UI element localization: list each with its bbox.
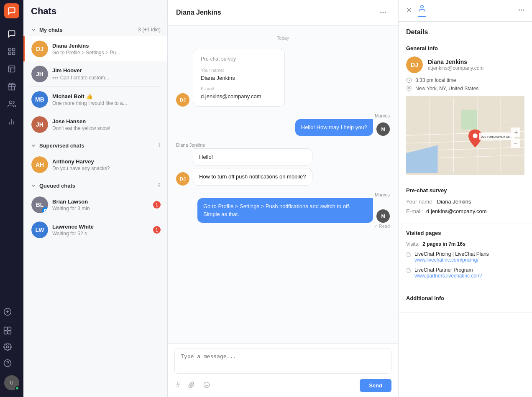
visited-pages-title: Visited pages <box>406 230 524 236</box>
svg-rect-16 <box>4 331 8 334</box>
chat-main: Diana Jenkins Today DJ Pre-chat survey Y… <box>168 0 398 397</box>
pre-chat-name-row: Your name: Diana Jenkins <box>406 198 524 205</box>
send-button[interactable]: Send <box>360 379 391 392</box>
page-url-1: www.livechatinc.com/pricing/ <box>414 257 489 263</box>
chat-info-anthony: Anthony Harvey Do you have any snacks? <box>52 158 161 171</box>
details-title: Details <box>399 22 532 39</box>
svg-rect-0 <box>9 48 11 51</box>
svg-rect-2 <box>9 52 11 55</box>
details-header <box>399 0 532 22</box>
emoji-button[interactable] <box>202 380 212 392</box>
visits-info: Visits: 2 pages in 7m 16s <box>406 241 524 247</box>
nav-team[interactable] <box>4 97 19 112</box>
page-title-2: LiveChat Partner Program <box>414 267 482 273</box>
avatar-anthony: AH <box>31 156 48 173</box>
message-group-marcos-2: Marcos M Go to Profile > Settings > Push… <box>176 192 390 229</box>
local-time: 3:33 pm local time <box>415 77 456 83</box>
avatar-initials-anthony: AH <box>31 156 48 173</box>
badge-lawrence: 1 <box>153 226 161 234</box>
avatar-diana: DJ <box>31 41 48 57</box>
location-icon <box>406 86 412 92</box>
clock-icon <box>406 77 412 83</box>
message-input[interactable] <box>174 349 391 374</box>
chat-name-michael: Michael Bolt 👍 <box>52 93 161 99</box>
msg-avatar-diana: DJ <box>176 93 189 107</box>
badge-brian: 1 <box>153 201 161 209</box>
tab-user-profile[interactable] <box>418 4 426 17</box>
chat-name-lawrence: Lawrence White <box>52 224 149 230</box>
avatar-initials: DJ <box>31 41 48 57</box>
chat-preview-lawrence: Waiting for 52 s <box>52 231 149 237</box>
svg-point-49 <box>473 133 477 138</box>
map-area[interactable]: 228 Park Avenue So... + − <box>406 96 524 175</box>
info-location-row: New York, NY, United States <box>406 86 524 92</box>
details-more-button[interactable] <box>518 6 525 15</box>
details-pre-chat-survey: Pre-chat survey Your name: Diana Jenkins… <box>399 181 532 224</box>
nav-settings[interactable] <box>0 339 15 354</box>
nav-reports[interactable] <box>4 61 19 76</box>
svg-point-32 <box>523 10 524 11</box>
close-details-button[interactable] <box>405 6 413 15</box>
visits-label: Visits: <box>406 241 419 247</box>
nav-chats[interactable] <box>4 26 19 41</box>
chat-info-jim: Jim Hoover ••• Can I create custom... <box>52 67 161 81</box>
hashtag-button[interactable]: # <box>174 380 182 392</box>
nav-apps[interactable] <box>0 323 15 338</box>
section-supervised-chats[interactable]: Supervised chats 1 <box>23 137 167 152</box>
queued-chats-title: Queued chats <box>39 183 158 189</box>
chat-name-jose: Jose Hansen <box>52 118 161 125</box>
nav-help[interactable] <box>0 356 15 371</box>
avatar-initials-lawrence: LW <box>31 221 48 238</box>
avatar-jose: JH <box>31 116 48 133</box>
survey-title: Pre-chat survey <box>201 55 277 63</box>
chat-item-brian[interactable]: BL Brian Lawson Waiting for 3 min 1 <box>23 192 167 217</box>
svg-text:+: + <box>514 128 518 135</box>
messenger-badge-brian <box>42 207 48 213</box>
chat-name-anthony: Anthony Harvey <box>52 158 161 165</box>
avatar-details: DJ <box>406 56 423 73</box>
chat-preview-michael: One more thing I would like to a... <box>52 100 161 106</box>
chat-item-anthony[interactable]: AH Anthony Harvey Do you have any snacks… <box>23 152 167 177</box>
chat-item-jim[interactable]: JH Jim Hoover ••• Can I create custom... <box>23 61 167 87</box>
chat-preview-jose: Don't eat the yellow snow! <box>52 125 161 131</box>
section-my-chats[interactable]: My chats 3 (+1 idle) <box>23 21 167 36</box>
svg-point-31 <box>521 10 522 11</box>
chat-info-lawrence: Lawrence White Waiting for 52 s <box>52 224 149 237</box>
header-icons <box>376 6 390 19</box>
app-logo <box>4 3 19 18</box>
chat-item-lawrence[interactable]: LW Lawrence White Waiting for 52 s 1 <box>23 217 167 242</box>
attachment-button[interactable] <box>187 380 197 392</box>
chat-item-jose[interactable]: JH Jose Hansen Don't eat the yellow snow… <box>23 112 167 137</box>
chevron-down-icon <box>30 26 37 33</box>
avatar-initials-jose: JH <box>31 116 48 133</box>
svg-rect-3 <box>13 52 15 55</box>
details-visited-pages: Visited pages Visits: 2 pages in 7m 16s … <box>399 224 532 289</box>
chevron-down-icon-queued <box>30 182 37 189</box>
my-chats-count: 3 (+1 idle) <box>138 27 161 33</box>
svg-rect-17 <box>8 331 11 334</box>
chat-item-michael[interactable]: MB Michael Bolt 👍 One more thing I would… <box>23 87 167 112</box>
chat-info-jose: Jose Hansen Don't eat the yellow snow! <box>52 118 161 131</box>
chevron-down-icon-supervised <box>30 142 37 149</box>
survey-name-value: Diana Jenkins <box>201 74 277 82</box>
section-queued-chats[interactable]: Queued chats 2 <box>23 177 167 192</box>
pre-chat-email-row: E-mail: d.jenkins@company.com <box>406 208 524 214</box>
svg-point-24 <box>204 382 209 387</box>
chat-preview-brian: Waiting for 3 min <box>52 206 149 211</box>
more-options-button[interactable] <box>376 6 390 19</box>
chat-item-diana[interactable]: DJ Diana Jenkins Go to Profile > Setting… <box>23 36 167 61</box>
nav-agents[interactable] <box>4 44 19 59</box>
panel-header: Chats <box>23 0 167 21</box>
nav-bar: U <box>0 0 23 397</box>
nav-analytics[interactable] <box>4 114 19 129</box>
svg-point-23 <box>385 12 386 13</box>
nav-tickets[interactable] <box>4 79 19 94</box>
avatar-brian: BL <box>31 196 48 213</box>
avatar-jim: JH <box>31 66 48 82</box>
details-additional-info: Additional info <box>399 289 532 313</box>
nav-add[interactable] <box>0 304 15 319</box>
msg-avatar-marcos-2: M <box>376 209 390 223</box>
queued-chats-count: 2 <box>158 183 161 188</box>
msg-row-marcos-1: M Hello! How may I help you? <box>176 119 390 136</box>
page-url-2: www.partners.livechatinc.com/ <box>414 273 482 279</box>
